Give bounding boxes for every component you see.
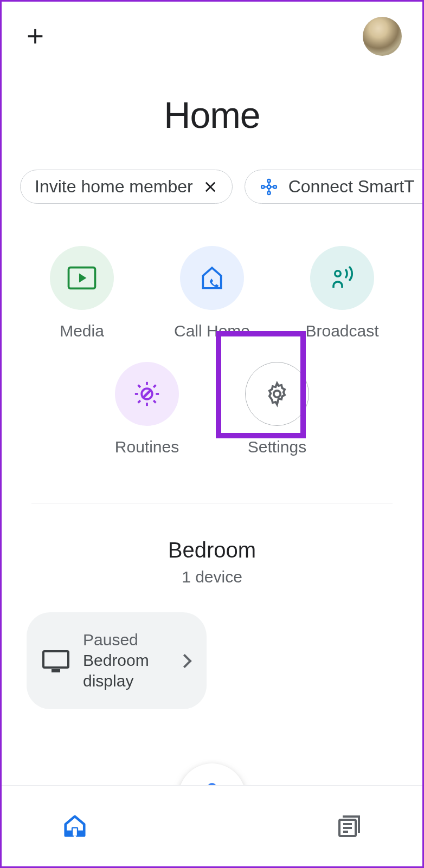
action-settings-circle (245, 362, 309, 426)
chip-label: Connect SmartT (288, 177, 415, 197)
device-status: Paused (83, 631, 169, 649)
device-card-bedroom-display[interactable]: Paused Bedroom display (27, 612, 207, 709)
svg-point-8 (267, 191, 270, 194)
svg-point-4 (267, 185, 271, 189)
close-icon[interactable] (203, 179, 218, 195)
action-media-circle (50, 246, 114, 310)
call-home-icon (198, 264, 226, 292)
home-icon (62, 814, 87, 838)
suggestion-chips-row: Invite home member Connect SmartT (20, 170, 422, 204)
network-icon (259, 177, 279, 197)
profile-avatar[interactable] (363, 17, 402, 56)
room-name: Bedroom (2, 538, 422, 562)
svg-line-23 (138, 400, 140, 403)
routines-icon (132, 379, 162, 409)
action-broadcast-circle (310, 246, 374, 310)
chevron-right-icon (182, 653, 194, 669)
svg-point-6 (273, 185, 276, 188)
action-label: Broadcast (305, 322, 378, 340)
chip-connect-smart[interactable]: Connect SmartT (245, 170, 422, 204)
svg-point-26 (274, 391, 281, 398)
chip-label: Invite home member (35, 177, 193, 197)
nav-feed[interactable] (336, 813, 363, 840)
svg-line-22 (153, 400, 156, 403)
room-device-count: 1 device (2, 568, 422, 586)
action-call-home[interactable]: Call Home (166, 246, 258, 340)
svg-point-7 (267, 179, 270, 182)
add-button[interactable] (22, 23, 48, 49)
svg-point-5 (261, 185, 264, 188)
broadcast-icon (327, 265, 357, 291)
action-label: Routines (115, 438, 179, 456)
action-label: Settings (248, 438, 306, 456)
action-settings[interactable]: Settings (231, 362, 323, 456)
page-title: Home (2, 94, 422, 136)
quick-actions-grid: Media Call Home Broadcast (2, 246, 422, 456)
nav-home[interactable] (61, 813, 88, 840)
display-icon (42, 649, 70, 673)
action-label: Call Home (174, 322, 250, 340)
gear-icon (264, 380, 291, 407)
room-header: Bedroom 1 device (2, 538, 422, 586)
chip-invite-member[interactable]: Invite home member (20, 170, 233, 204)
device-name: Bedroom display (83, 650, 169, 691)
plus-icon (24, 25, 46, 47)
svg-marker-14 (79, 274, 87, 283)
play-media-icon (67, 266, 97, 290)
feed-icon (336, 813, 362, 839)
svg-rect-27 (43, 651, 68, 668)
action-media[interactable]: Media (36, 246, 128, 340)
action-call-home-circle (180, 246, 244, 310)
action-routines-circle (115, 362, 179, 426)
svg-line-24 (153, 385, 156, 387)
svg-point-15 (335, 271, 341, 276)
svg-rect-32 (73, 828, 77, 835)
action-label: Media (60, 322, 104, 340)
svg-line-21 (138, 385, 140, 387)
bottom-nav (2, 785, 422, 866)
action-routines[interactable]: Routines (101, 362, 193, 456)
divider (31, 503, 393, 503)
action-broadcast[interactable]: Broadcast (296, 246, 388, 340)
